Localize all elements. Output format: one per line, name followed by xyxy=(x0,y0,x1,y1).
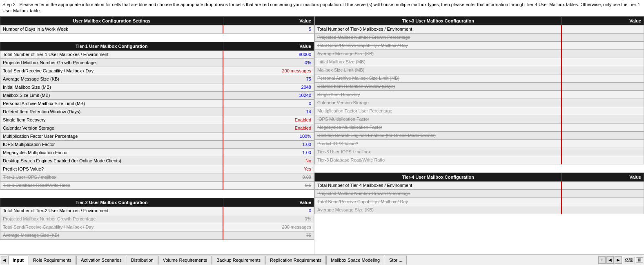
row-value[interactable] xyxy=(562,58,644,66)
row-value[interactable] xyxy=(562,181,644,189)
table-row: Projected Mailbox Number Growth Percenta… xyxy=(0,215,314,223)
top-config-header1: User Mailbox Configuration Settings xyxy=(0,16,223,25)
tab-scroll-right-btn[interactable]: ▶ xyxy=(615,256,622,264)
table-row: Tier-3 Database Read/Write Ratio xyxy=(315,156,644,164)
table-row: Number of Days in a Work Week5 xyxy=(0,25,314,33)
row-value[interactable]: 2048 xyxy=(223,83,314,91)
row-label: Personal Archive Mailbox Size Limit (MB) xyxy=(0,99,223,108)
row-value[interactable]: 10240 xyxy=(223,91,314,99)
tab-input[interactable]: Input xyxy=(8,256,28,265)
row-value[interactable]: Yes xyxy=(223,165,314,173)
row-value[interactable] xyxy=(562,66,644,74)
row-label: IOPS Multiplication Factor xyxy=(315,115,562,123)
right-panel: Tier-3 User Mailbox Configuration Value … xyxy=(314,16,644,254)
row-value[interactable] xyxy=(562,139,644,148)
row-label: Total Send/Receive Capability / Mailbox … xyxy=(0,223,223,231)
row-label: Deleted Item Retention Window (Days) xyxy=(0,108,223,116)
row-value[interactable]: Enabled xyxy=(223,116,314,124)
tab-end-controls: + ◀ ▶ 亿速 ⊞ xyxy=(598,256,643,264)
row-value[interactable] xyxy=(562,198,644,206)
table-row: Average Message Size (KB)75 xyxy=(0,75,314,83)
table-row: Average Message Size (KB) xyxy=(315,49,644,58)
row-label: Total Number of Tier-1 User Mailboxes / … xyxy=(0,50,223,58)
row-label: Predict IOPS Value? xyxy=(315,139,562,148)
row-value[interactable]: 1.00 xyxy=(223,140,314,148)
table-row: IOPS Multiplication Factor xyxy=(315,115,644,123)
tier4-header1: Tier-4 User Mailbox Configuration xyxy=(315,173,562,181)
tab-replication-requirements[interactable]: Replication Requirements xyxy=(265,256,326,265)
tab-prev-btn[interactable]: ◀ xyxy=(1,256,7,264)
row-value[interactable] xyxy=(562,49,644,58)
row-value[interactable]: 100% xyxy=(223,132,314,140)
row-value[interactable] xyxy=(562,156,644,164)
row-value[interactable] xyxy=(562,74,644,82)
row-label: Initial Mailbox Size (MB) xyxy=(0,83,223,91)
row-value[interactable]: 0% xyxy=(223,215,314,223)
tab-role-requirements[interactable]: Role Requirements xyxy=(29,256,76,265)
tab-distribution[interactable]: Distribution xyxy=(127,256,158,265)
row-label: Total Number of Tier-3 Mailboxes / Envir… xyxy=(315,25,562,33)
row-value[interactable]: 0 xyxy=(223,207,314,215)
row-value[interactable]: 75 xyxy=(223,75,314,83)
row-label: Multiplication Factor User Percentage xyxy=(0,132,223,140)
tab-mailbox-space-modeling[interactable]: Mailbox Space Modeling xyxy=(326,256,384,265)
row-value[interactable]: 75 xyxy=(223,231,314,239)
row-value[interactable] xyxy=(562,107,644,115)
row-value[interactable]: Enabled xyxy=(223,124,314,132)
row-value[interactable]: 0 xyxy=(223,99,314,108)
tab-backup-requirements[interactable]: Backup Requirements xyxy=(212,256,265,265)
row-label: Total Number of Tier-4 Mailboxes / Envir… xyxy=(315,181,562,189)
table-row: Total Send/Receive Capability / Mailbox … xyxy=(315,198,644,206)
row-value[interactable] xyxy=(562,99,644,107)
tier3-header2: Value xyxy=(562,16,644,25)
row-value[interactable]: 200 messages xyxy=(223,223,314,231)
instruction-bar: Step 2 - Please enter in the appropriate… xyxy=(0,0,644,16)
row-value[interactable] xyxy=(562,206,644,214)
row-value[interactable] xyxy=(562,90,644,99)
tab-stor-...[interactable]: Stor ... xyxy=(385,256,407,265)
row-value[interactable]: 200 messages xyxy=(223,67,314,75)
row-value[interactable]: 14 xyxy=(223,108,314,116)
tab-activation-scenarios[interactable]: Activation Scenarios xyxy=(76,256,126,265)
row-label: Tier-3 User IOPS / mailbox xyxy=(315,148,562,156)
row-value[interactable] xyxy=(562,123,644,131)
tab-scroll-left-btn[interactable]: ◀ xyxy=(606,256,614,264)
row-label: Calendar Version Storage xyxy=(0,124,223,132)
row-label: Tier-3 Database Read/Write Ratio xyxy=(315,156,562,164)
table-row: Average Message Size (KB)75 xyxy=(0,231,314,239)
row-label: Predict IOPS Value? xyxy=(0,165,223,173)
row-label: Single Item Recovery xyxy=(0,116,223,124)
table-row: Calendar Version StorageEnabled xyxy=(0,124,314,132)
table-row: Single Item Recovery xyxy=(315,90,644,99)
grid-icon: ⊞ xyxy=(636,257,643,263)
instruction-text: Step 2 - Please enter in the appropriate… xyxy=(2,2,640,13)
row-value[interactable] xyxy=(562,82,644,90)
row-value[interactable]: No xyxy=(223,157,314,165)
table-row: Personal Archive Mailbox Size Limit (MB) xyxy=(315,74,644,82)
row-value[interactable] xyxy=(562,131,644,139)
row-value[interactable] xyxy=(562,25,644,33)
row-label: Calendar Version Storage xyxy=(315,99,562,107)
row-value[interactable] xyxy=(562,148,644,156)
row-label: Mailbox Size Limit (MB) xyxy=(315,66,562,74)
row-label: IOPS Multiplication Factor xyxy=(0,140,223,148)
status-bar-icon[interactable]: 亿速 xyxy=(623,257,635,263)
row-label: Tier-1 Database Read/Write Ratio xyxy=(0,181,223,189)
row-value[interactable] xyxy=(562,115,644,123)
row-label: Megacycles Multiplication Factor xyxy=(0,148,223,157)
row-value[interactable]: 0% xyxy=(223,58,314,67)
table-row: Total Number of Tier-1 User Mailboxes / … xyxy=(0,50,314,58)
row-value[interactable]: 5 xyxy=(223,25,314,33)
row-value[interactable]: 0.00 xyxy=(223,173,314,181)
row-value[interactable] xyxy=(562,189,644,198)
row-value[interactable]: 80000 xyxy=(223,50,314,58)
table-row: Projected Mailbox Number Growth Percenta… xyxy=(0,58,314,67)
row-value[interactable] xyxy=(562,41,644,49)
table-row: Initial Mailbox Size (MB)2048 xyxy=(0,83,314,91)
tab-volume-requirements[interactable]: Volume Requirements xyxy=(158,256,212,265)
row-value[interactable] xyxy=(562,33,644,41)
row-value[interactable]: 0.5 xyxy=(223,181,314,189)
tab-add-btn[interactable]: + xyxy=(598,256,606,264)
table-row: Personal Archive Mailbox Size Limit (MB)… xyxy=(0,99,314,108)
row-value[interactable]: 1.00 xyxy=(223,148,314,157)
